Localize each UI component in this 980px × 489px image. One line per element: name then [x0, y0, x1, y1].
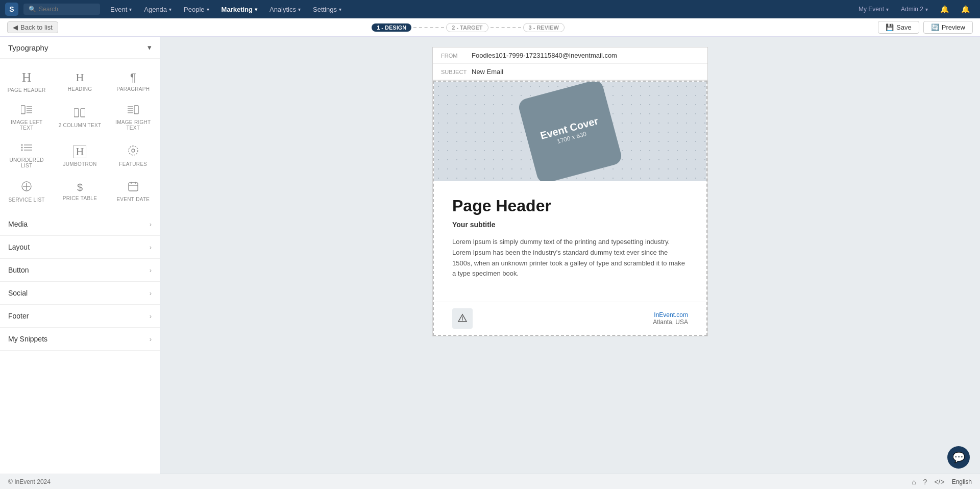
back-to-list-button[interactable]: ◀ Back to list [7, 21, 58, 33]
price-table-icon: $ [77, 182, 83, 192]
search-box[interactable]: 🔍 [23, 4, 100, 15]
email-content-section: Page Header Your subtitle Lorem Ipsum is… [434, 181, 706, 302]
footer-text: InEvent.com Atlanta, USA [653, 311, 688, 326]
nav-settings[interactable]: Settings▾ [308, 4, 347, 15]
media-section-header[interactable]: Media › [0, 213, 160, 235]
button-section: Button › [0, 259, 160, 282]
social-chevron-icon: › [150, 289, 152, 297]
svg-point-12 [21, 144, 23, 146]
back-arrow-icon: ◀ [13, 23, 18, 31]
steps-container: 1 - DESIGN 2 - TARGET 3 - REVIEW [64, 23, 872, 32]
typo-heading[interactable]: H HEADING [53, 64, 106, 98]
save-button[interactable]: 💾 Save [878, 21, 919, 34]
typography-grid: H PAGE HEADER H HEADING ¶ PARAGRAPH [0, 59, 160, 213]
page-header-title: Page Header [452, 197, 688, 215]
svg-point-14 [21, 147, 23, 149]
event-cover[interactable]: Event Cover 1700 x 630 [434, 82, 706, 181]
step-line-1 [413, 27, 444, 28]
nav-marketing[interactable]: Marketing▾ [216, 4, 262, 15]
typography-chevron-icon: ▾ [148, 43, 152, 52]
typography-label: Typography [8, 43, 48, 52]
snippets-section-header[interactable]: My Snippets › [0, 328, 160, 350]
svg-rect-5 [74, 109, 79, 117]
layout-chevron-icon: › [150, 243, 152, 251]
page-subtitle: Your subtitle [452, 221, 688, 229]
footer-chevron-icon: › [150, 312, 152, 320]
unordered-list-icon [21, 143, 32, 154]
paragraph-icon: ¶ [130, 72, 136, 83]
footer-location: Atlanta, USA [653, 319, 688, 326]
typo-unordered-list[interactable]: UNORDERED LIST [0, 136, 53, 174]
button-section-header[interactable]: Button › [0, 259, 160, 281]
email-container: FROM Foodies101-7999-1723115840@ineventm… [432, 47, 708, 336]
search-input[interactable] [39, 6, 95, 13]
email-from-field: FROM Foodies101-7999-1723115840@ineventm… [433, 47, 707, 64]
social-section-header[interactable]: Social › [0, 282, 160, 304]
nav-my-event[interactable]: My Event▾ [853, 4, 894, 15]
chat-icon: 💬 [952, 451, 965, 463]
email-footer: InEvent.com Atlanta, USA [434, 302, 706, 335]
footer-section-header[interactable]: Footer › [0, 305, 160, 327]
svg-rect-11 [134, 106, 138, 114]
footer-link[interactable]: InEvent.com [654, 311, 688, 319]
typo-jumbotron[interactable]: H JUMBOTRON [53, 136, 106, 174]
page-body-text: Lorem Ipsum is simply dummy text of the … [452, 237, 688, 279]
footer-section: Footer › [0, 305, 160, 328]
layout-section: Layout › [0, 236, 160, 259]
footer-logo [452, 308, 473, 329]
save-icon: 💾 [886, 23, 894, 31]
email-body: Event Cover 1700 x 630 Page Header Your … [433, 81, 707, 336]
typo-price-table[interactable]: $ PRICE TABLE [53, 174, 106, 208]
typography-section-header[interactable]: Typography ▾ [0, 37, 160, 59]
media-chevron-icon: › [150, 221, 152, 228]
image-left-icon [21, 105, 32, 116]
two-column-icon [74, 108, 85, 119]
image-right-icon [128, 105, 139, 116]
typo-paragraph[interactable]: ¶ PARAGRAPH [107, 64, 160, 98]
service-list-icon [21, 181, 32, 194]
social-section: Social › [0, 282, 160, 305]
nav-bell-icon[interactable]: 🔔 [935, 3, 954, 15]
email-meta: FROM Foodies101-7999-1723115840@ineventm… [433, 47, 707, 81]
svg-rect-6 [81, 109, 85, 117]
typo-image-right-text[interactable]: IMAGE RIGHT TEXT [107, 98, 160, 136]
typo-service-list[interactable]: SERVICE LIST [0, 174, 53, 208]
page-header-icon: H [22, 71, 32, 84]
search-icon: 🔍 [29, 6, 36, 13]
nav-admin[interactable]: Admin 2▾ [896, 4, 933, 15]
logo[interactable]: S [5, 3, 18, 16]
step-review[interactable]: 3 - REVIEW [523, 23, 565, 32]
svg-rect-0 [21, 106, 25, 114]
snippets-chevron-icon: › [150, 335, 152, 343]
nav-event[interactable]: Event▾ [105, 4, 137, 15]
nav-agenda[interactable]: Agenda▾ [139, 4, 177, 15]
typo-features[interactable]: FEATURES [107, 136, 160, 174]
typo-event-date[interactable]: EVENT DATE [107, 174, 160, 208]
canvas-area: FROM Foodies101-7999-1723115840@ineventm… [160, 37, 980, 474]
heading-icon: H [76, 72, 84, 83]
subheader: ◀ Back to list 1 - DESIGN 2 - TARGET 3 -… [0, 18, 980, 37]
typo-page-header[interactable]: H PAGE HEADER [0, 64, 53, 98]
email-subject-field[interactable]: SUBJECT New Email [433, 64, 707, 80]
media-section: Media › [0, 213, 160, 236]
typo-image-left-text[interactable]: IMAGE LEFT TEXT [0, 98, 53, 136]
top-nav: S 🔍 Event▾ Agenda▾ People▾ Marketing▾ An… [0, 0, 980, 18]
nav-analytics[interactable]: Analytics▾ [264, 4, 306, 15]
sidebar: Typography ▾ H PAGE HEADER H HEADING ¶ P… [0, 37, 160, 474]
nav-people[interactable]: People▾ [179, 4, 214, 15]
preview-icon: 🔄 [931, 23, 939, 31]
step-target[interactable]: 2 - TARGET [446, 23, 488, 32]
features-icon [128, 145, 139, 158]
chat-fab-button[interactable]: 💬 [947, 446, 970, 469]
jumbotron-icon: H [74, 145, 87, 158]
snippets-section: My Snippets › [0, 328, 160, 351]
event-date-icon [128, 181, 138, 193]
preview-button[interactable]: 🔄 Preview [923, 21, 973, 34]
typo-two-column[interactable]: 2 COLUMN TEXT [53, 98, 106, 136]
main-layout: Typography ▾ H PAGE HEADER H HEADING ¶ P… [0, 37, 980, 474]
svg-point-16 [21, 150, 23, 151]
step-design[interactable]: 1 - DESIGN [372, 23, 411, 32]
step-line-2 [491, 27, 521, 28]
layout-section-header[interactable]: Layout › [0, 236, 160, 258]
nav-notif-icon[interactable]: 🔔 [956, 3, 975, 15]
